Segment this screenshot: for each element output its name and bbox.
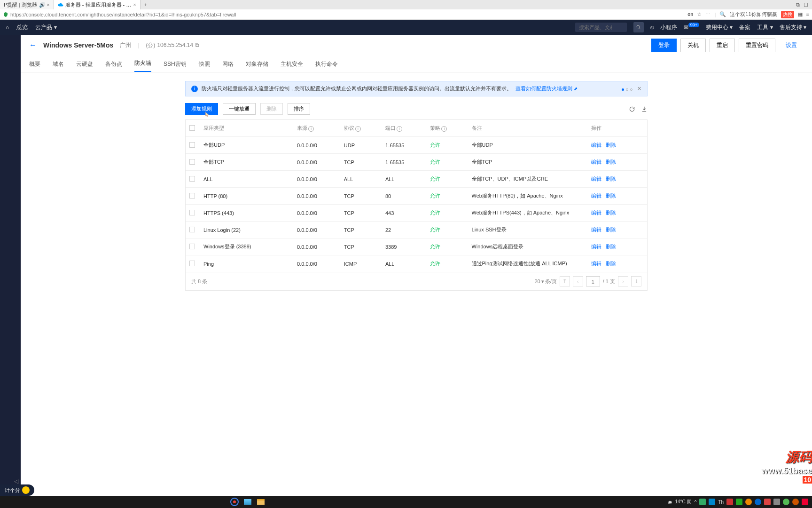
tray-weather[interactable]: 14°C 阴: [675, 499, 692, 505]
search-hint[interactable]: 这个双11你如何躺赢: [730, 11, 777, 18]
info-tip-icon[interactable]: i: [397, 126, 402, 132]
tab-overview[interactable]: 概要: [29, 60, 40, 72]
row-checkbox[interactable]: [189, 142, 195, 148]
alert-close-icon[interactable]: ✕: [637, 86, 641, 92]
row-edit-link[interactable]: 编辑: [591, 244, 601, 249]
resetpwd-button[interactable]: 重置密码: [739, 39, 775, 52]
browser-tab[interactable]: P提醒 | 浏览器 🔊 ×: [0, 0, 54, 9]
tray-icon[interactable]: [764, 499, 771, 505]
row-checkbox[interactable]: [189, 159, 195, 165]
tab-firewall[interactable]: 防火墙: [134, 59, 151, 72]
tray-icon[interactable]: [755, 499, 761, 505]
tray-icon[interactable]: [709, 499, 715, 505]
tray-icon[interactable]: [736, 499, 742, 505]
nav-support[interactable]: 备案: [739, 24, 750, 32]
row-edit-link[interactable]: 编辑: [591, 227, 601, 232]
taskbar-app-icon[interactable]: [256, 497, 266, 507]
info-tip-icon[interactable]: i: [441, 126, 447, 132]
page-next-button[interactable]: ›: [618, 276, 628, 286]
row-delete-link[interactable]: 删除: [606, 159, 616, 165]
page-first-button[interactable]: ⤒: [560, 276, 570, 286]
nav-tools[interactable]: 工具 ▾: [757, 24, 773, 32]
page-number[interactable]: 1: [586, 276, 600, 286]
row-checkbox[interactable]: [189, 193, 195, 198]
tab-network[interactable]: 网络: [222, 60, 234, 72]
nav-search-input[interactable]: [579, 24, 612, 30]
back-arrow-icon[interactable]: ←: [29, 41, 37, 49]
row-delete-link[interactable]: 删除: [606, 227, 616, 232]
more-button[interactable]: 设置: [779, 39, 804, 52]
tray-icon[interactable]: [802, 499, 808, 505]
new-tab-button[interactable]: +: [141, 2, 151, 8]
taskbar-app-icon[interactable]: [242, 497, 253, 507]
info-tip-icon[interactable]: i: [308, 126, 314, 132]
refer-icon[interactable]: ⎋: [650, 24, 654, 31]
sort-button[interactable]: 排序: [288, 103, 310, 115]
carousel-dots[interactable]: [621, 86, 633, 92]
reboot-button[interactable]: 重启: [710, 39, 735, 52]
nav-search[interactable]: [575, 23, 627, 32]
row-edit-link[interactable]: 编辑: [591, 159, 601, 165]
tab-close-icon[interactable]: ×: [47, 2, 49, 8]
nav-miniapp[interactable]: 小程序: [660, 24, 677, 32]
home-icon[interactable]: ⌂: [6, 24, 9, 31]
window-restore-icon[interactable]: ⧉: [796, 2, 800, 8]
tray-lang-icon[interactable]: Th: [718, 500, 724, 505]
row-edit-link[interactable]: 编辑: [591, 261, 601, 266]
tab-domain[interactable]: 域名: [53, 60, 64, 72]
row-edit-link[interactable]: 编辑: [591, 176, 601, 182]
nav-home[interactable]: 总览: [16, 24, 28, 32]
grid-icon[interactable]: ▦: [798, 11, 803, 17]
row-edit-link[interactable]: 编辑: [591, 193, 601, 198]
alert-link[interactable]: 查看如何配置防火墙规则 ⬈: [515, 85, 578, 92]
collapse-icon[interactable]: ◁: [14, 478, 18, 484]
quick-open-button[interactable]: 一键放通: [223, 103, 256, 115]
row-edit-link[interactable]: 编辑: [591, 142, 601, 148]
row-checkbox[interactable]: [189, 176, 195, 182]
row-delete-link[interactable]: 删除: [606, 244, 616, 249]
login-button[interactable]: 登录: [651, 39, 677, 52]
window-max-icon[interactable]: ☐: [804, 2, 808, 8]
tab-snapshot[interactable]: 快照: [199, 60, 210, 72]
tab-disk[interactable]: 云硬盘: [76, 60, 93, 72]
download-icon[interactable]: [641, 106, 648, 112]
nav-products[interactable]: 云产品 ▾: [35, 24, 56, 32]
row-delete-link[interactable]: 删除: [606, 210, 616, 215]
tray-icon[interactable]: [699, 499, 706, 505]
shutdown-button[interactable]: 关机: [680, 39, 706, 52]
tab-security[interactable]: 主机安全: [281, 60, 303, 72]
hot-badge[interactable]: 热搜: [781, 11, 794, 18]
tray-icon[interactable]: [745, 499, 752, 505]
row-delete-link[interactable]: 删除: [606, 142, 616, 148]
tray-weather-icon[interactable]: 🌧: [668, 500, 672, 505]
taskbar-app-icon[interactable]: [229, 497, 240, 507]
tray-icon[interactable]: [783, 499, 789, 505]
tab-command[interactable]: 执行命令: [315, 60, 338, 72]
sync-icon[interactable]: on: [687, 12, 693, 17]
tray-chevron-icon[interactable]: ^: [695, 500, 697, 505]
tray-icon[interactable]: [726, 499, 733, 505]
add-rule-button[interactable]: 添加规则: [185, 103, 218, 115]
per-page-select[interactable]: 20 ▾ 条/页: [534, 278, 556, 285]
row-delete-link[interactable]: 删除: [606, 261, 616, 266]
row-checkbox[interactable]: [189, 210, 195, 215]
star-icon[interactable]: ☆: [697, 11, 702, 17]
info-tip-icon[interactable]: i: [355, 126, 361, 132]
row-checkbox[interactable]: [189, 261, 195, 266]
menu-icon[interactable]: ⋯: [705, 11, 710, 17]
promo-pill[interactable]: 计个分: [0, 484, 34, 496]
row-edit-link[interactable]: 编辑: [591, 210, 601, 215]
copy-icon[interactable]: ⧉: [195, 42, 199, 48]
tab-close-icon[interactable]: ×: [133, 2, 136, 8]
nav-search-button[interactable]: [633, 22, 644, 32]
row-checkbox[interactable]: [189, 227, 195, 232]
tab-sshkey[interactable]: SSH密钥: [164, 60, 187, 72]
select-all-checkbox[interactable]: [189, 125, 195, 131]
delete-button[interactable]: 删除: [260, 103, 283, 115]
refresh-icon[interactable]: [629, 106, 635, 112]
search-icon[interactable]: 🔍: [719, 11, 726, 17]
row-checkbox[interactable]: [189, 244, 195, 249]
mail-icon[interactable]: ✉99+: [684, 24, 699, 31]
row-delete-link[interactable]: 删除: [606, 176, 616, 182]
tab-backup[interactable]: 备份点: [105, 60, 122, 72]
